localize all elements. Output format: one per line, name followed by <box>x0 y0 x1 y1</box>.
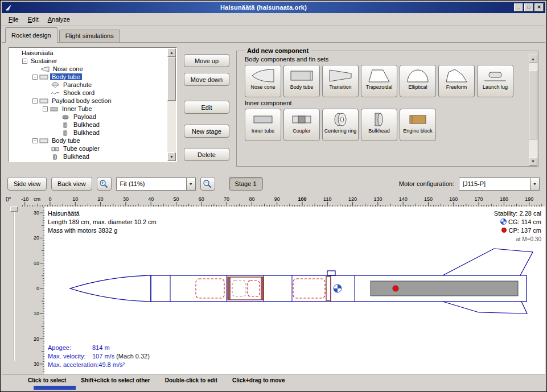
tab-rocket-design[interactable]: Rocket design <box>5 27 57 43</box>
cp-marker <box>393 286 398 291</box>
tree-item-bulkhead[interactable]: Bulkhead <box>10 129 166 137</box>
svg-text:20: 20 <box>34 336 39 342</box>
scroll-up-icon[interactable]: ▲ <box>529 55 537 63</box>
close-button[interactable]: ✕ <box>534 3 544 11</box>
add-coupler-button[interactable]: Coupler <box>283 109 320 141</box>
flight-stat-label: Apogee: <box>48 344 92 352</box>
scroll-down-icon[interactable]: ▼ <box>167 152 176 161</box>
rotation-slider[interactable] <box>10 207 19 369</box>
svg-text:110: 110 <box>323 196 331 202</box>
tree-item-body-tube[interactable]: −Body tube <box>10 137 166 145</box>
delete-button[interactable]: Delete <box>184 148 229 161</box>
tree-label: Haisunäätä <box>20 49 55 56</box>
tree-item-inner-tube[interactable]: −Inner Tube <box>10 105 166 113</box>
splitter[interactable] <box>2 170 545 175</box>
collapse-icon[interactable]: − <box>22 59 27 64</box>
bottom-strip <box>2 385 545 390</box>
collapse-icon[interactable]: − <box>32 98 38 104</box>
bodytube-icon <box>289 67 315 84</box>
mach-note: at M=0.30 <box>494 235 541 244</box>
rotation-value: 0° <box>6 196 11 203</box>
scroll-down-icon[interactable]: ▼ <box>529 157 537 166</box>
zoom-out-button[interactable] <box>200 177 215 191</box>
minimize-button[interactable]: _ <box>514 3 523 11</box>
menu-analyze[interactable]: Analyze <box>43 14 75 24</box>
menubar: FileEditAnalyze <box>2 13 545 26</box>
svg-text:140: 140 <box>399 196 408 202</box>
add-trapezoidal-button[interactable]: Trapezoidal <box>361 65 397 97</box>
edit-button[interactable]: Edit <box>184 101 229 114</box>
tree-item-payload-body-section[interactable]: −Payload body section <box>10 97 166 105</box>
maximize-button[interactable]: □ <box>524 3 533 11</box>
tree-item-sustainer[interactable]: −Sustainer <box>10 57 166 65</box>
cg-value: 114 cm <box>521 218 541 225</box>
innertube-icon <box>50 106 59 112</box>
transition-icon <box>327 67 353 84</box>
scrollbar-thumb[interactable] <box>529 70 537 139</box>
add-bulkhead-button[interactable]: Bulkhead <box>361 109 397 141</box>
scrollbar-track[interactable] <box>529 63 537 157</box>
zoom-select[interactable]: Fit (11%) ▼ <box>116 178 196 191</box>
menu-edit[interactable]: Edit <box>23 14 43 24</box>
collapse-icon[interactable]: − <box>32 138 38 143</box>
scrollbar-track[interactable] <box>167 57 176 152</box>
chevron-down-icon[interactable]: ▼ <box>186 178 195 190</box>
titlebar[interactable]: Haisunäätä (haisunaata.ork) _□✕ <box>2 2 545 13</box>
svg-text:40: 40 <box>148 196 154 202</box>
payload-section-shape <box>293 279 325 298</box>
new-stage-button[interactable]: New stage <box>184 125 229 138</box>
stage-1-button[interactable]: Stage 1 <box>229 177 263 191</box>
tree-item-payload[interactable]: Payload <box>10 113 166 121</box>
move-up-button[interactable]: Move up <box>184 54 229 67</box>
tree-item-bulkhead[interactable]: Bulkhead <box>10 121 166 129</box>
add-inner-tube-button[interactable]: Inner tube <box>245 109 281 141</box>
collapse-icon[interactable]: − <box>32 75 38 80</box>
add-engine-block-button[interactable]: Engine block <box>400 109 436 141</box>
svg-text:0: 0 <box>48 196 51 202</box>
collapse-icon[interactable]: − <box>43 106 48 112</box>
side-view-button[interactable]: Side view <box>7 177 47 191</box>
add-nose-cone-button[interactable]: Nose cone <box>245 65 281 97</box>
cp-value: 137 cm <box>521 227 541 234</box>
tree-label: Body tube <box>50 73 82 80</box>
palette-item-label: Launch lug <box>483 84 508 90</box>
add-elliptical-button[interactable]: Elliptical <box>400 65 436 97</box>
status-hint: Double-click to edit <box>165 377 217 383</box>
add-centering-ring-button[interactable]: Centering ring <box>322 109 359 141</box>
tree-item-body-tube[interactable]: −Body tube <box>10 73 166 81</box>
add-transition-button[interactable]: Transition <box>322 65 359 97</box>
chevron-down-icon[interactable]: ▼ <box>530 178 539 190</box>
rocket-canvas[interactable]: Haisunäätä Length 189 cm, max. diameter … <box>44 207 545 374</box>
menu-file[interactable]: File <box>4 14 23 24</box>
scroll-up-icon[interactable]: ▲ <box>167 48 176 57</box>
scrollbar-thumb[interactable] <box>167 57 176 101</box>
back-view-button[interactable]: Back view <box>51 177 92 191</box>
zoom-value: Fit (11%) <box>117 178 186 190</box>
tree-item-tube-coupler[interactable]: Tube coupler <box>10 145 166 152</box>
palette-row: Inner tubeCouplerCentering ringBulkheadE… <box>245 109 525 141</box>
move-down-button[interactable]: Move down <box>184 73 229 86</box>
tree-scrollbar[interactable]: ▲ ▼ <box>167 48 176 161</box>
flight-stat-max-velocity-: Max. velocity:107 m/s (Mach 0.32) <box>48 352 150 361</box>
flight-stat-value: 107 m/s <box>92 353 114 360</box>
add-body-tube-button[interactable]: Body tube <box>283 65 320 97</box>
slider-thumb[interactable] <box>10 207 18 212</box>
palette-scrollbar[interactable]: ▲ ▼ <box>529 55 537 166</box>
parachute-icon <box>51 82 60 88</box>
tree-item-parachute[interactable]: Parachute <box>10 81 166 89</box>
magnifier-minus-icon <box>203 179 212 189</box>
tree-item-nose-cone[interactable]: Nose cone <box>10 65 166 73</box>
zoom-in-button[interactable] <box>97 177 112 191</box>
diagram-region: 0° -100102030405060708090100110120130140… <box>2 193 545 374</box>
add-freeform-button[interactable]: Freeform <box>438 65 475 97</box>
svg-text:190: 190 <box>525 196 533 202</box>
add-launch-lug-button[interactable]: Launch lug <box>477 65 513 97</box>
stability-value: 2.28 cal <box>519 210 541 217</box>
tree-item-haisunäätä[interactable]: Haisunäätä <box>10 49 166 57</box>
tab-flight-simulations[interactable]: Flight simulations <box>59 30 120 42</box>
palette-group-label: Body components and fin sets <box>245 56 525 63</box>
tree-item-bulkhead[interactable]: Bulkhead <box>10 152 166 160</box>
tree-item-shock-cord[interactable]: Shock cord <box>10 89 166 97</box>
motor-config-select[interactable]: [J115-P] ▼ <box>459 178 540 191</box>
svg-text:30: 30 <box>34 361 39 367</box>
